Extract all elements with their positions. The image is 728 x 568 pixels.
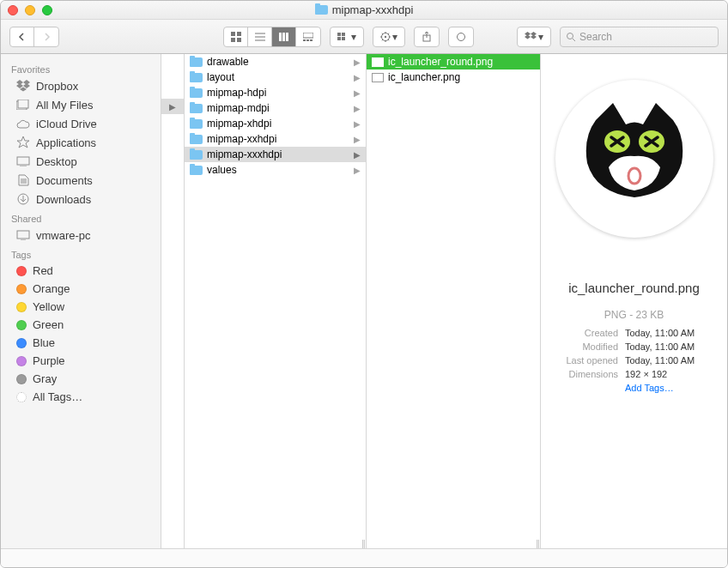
sidebar-item-desktop[interactable]: Desktop (1, 152, 161, 171)
search-icon (566, 32, 576, 42)
chevron-right-icon: ▶ (354, 150, 361, 160)
back-button[interactable] (10, 27, 34, 46)
svg-point-30 (567, 33, 573, 39)
statusbar (1, 548, 727, 567)
sidebar-tag-blue[interactable]: Blue (1, 334, 161, 352)
folder-mipmap-xxxhdpi[interactable]: mipmap-xxxhdpi▶ (185, 147, 366, 162)
column-1: drawable▶ layout▶ mipmap-hdpi▶ mipmap-md… (185, 54, 367, 548)
sidebar-item-downloads[interactable]: Downloads (1, 190, 161, 208)
preview-thumbnail (555, 80, 713, 238)
folder-mipmap-mdpi[interactable]: mipmap-mdpi▶ (185, 100, 366, 116)
folder-mipmap-xhdpi[interactable]: mipmap-xhdpi▶ (185, 116, 366, 131)
nav-buttons (9, 27, 59, 47)
svg-line-25 (388, 39, 389, 40)
sidebar-tag-red[interactable]: Red (1, 262, 161, 280)
folder-mipmap-xxhdpi[interactable]: mipmap-xxhdpi▶ (185, 131, 366, 147)
sidebar-tag-yellow[interactable]: Yellow (1, 298, 161, 316)
image-file-icon (372, 73, 384, 82)
window-title-text: mipmap-xxxhdpi (332, 3, 414, 16)
folder-icon (190, 166, 203, 175)
display-icon (16, 228, 30, 242)
svg-rect-14 (337, 33, 341, 36)
chevron-right-icon: ▶ (354, 104, 361, 113)
sidebar-item-all-my-files[interactable]: All My Files (1, 95, 161, 114)
sidebar-tag-green[interactable]: Green (1, 316, 161, 334)
svg-line-26 (382, 39, 383, 40)
sidebar-item-dropbox[interactable]: Dropbox (1, 76, 161, 95)
sidebar-item-documents[interactable]: Documents (1, 171, 161, 190)
svg-rect-9 (286, 33, 288, 41)
icon-view-button[interactable] (224, 27, 248, 46)
svg-rect-13 (310, 39, 312, 41)
svg-rect-33 (18, 100, 28, 108)
view-mode-segment (223, 27, 321, 47)
folder-icon (315, 5, 328, 15)
column-view-button[interactable] (272, 27, 296, 46)
close-window-button[interactable] (8, 5, 18, 15)
chevron-right-icon: ▶ (354, 88, 361, 98)
svg-point-29 (458, 33, 465, 40)
folder-values[interactable]: values▶ (185, 162, 366, 178)
svg-line-31 (573, 39, 575, 41)
tag-dot-icon (16, 356, 27, 366)
sidebar-tag-gray[interactable]: Gray (1, 370, 161, 388)
sidebar-tag-purple[interactable]: Purple (1, 352, 161, 370)
tag-dot-icon (16, 302, 27, 312)
desktop-icon (16, 154, 30, 168)
column-resize-handle[interactable]: ‖ (536, 539, 538, 548)
chevron-right-icon: ▶ (354, 57, 361, 67)
file-ic-launcher-round[interactable]: ic_launcher_round.png (367, 54, 540, 69)
svg-rect-1 (237, 32, 241, 36)
svg-point-19 (385, 35, 386, 37)
edit-tags-button[interactable] (448, 27, 474, 47)
preview-meta: PNG - 23 KB (551, 309, 717, 321)
toolbar: ▾ ▾ ▾ Search (1, 20, 727, 54)
action-button[interactable]: ▾ (373, 27, 405, 47)
all-files-icon (16, 98, 30, 112)
arrange-button[interactable]: ▾ (330, 27, 364, 47)
svg-rect-3 (237, 38, 241, 42)
sidebar-section-shared: Shared (1, 208, 161, 226)
share-button[interactable] (414, 27, 440, 47)
sidebar-item-vmware-pc[interactable]: vmware-pc (1, 226, 161, 245)
chevron-right-icon: ▶ (354, 135, 361, 144)
column-resize-handle[interactable]: ‖ (361, 539, 364, 548)
sidebar: Favorites Dropbox All My Files iCloud Dr… (1, 54, 161, 548)
svg-rect-12 (306, 39, 309, 41)
folder-icon (190, 73, 203, 82)
file-ic-launcher[interactable]: ic_launcher.png (367, 69, 540, 85)
minimize-window-button[interactable] (25, 5, 35, 15)
chevron-right-icon: ▶ (354, 73, 361, 82)
svg-rect-0 (231, 32, 235, 36)
column-browser: ▶ drawable▶ layout▶ mipmap-hdpi▶ mipmap-… (161, 54, 727, 548)
folder-drawable[interactable]: drawable▶ (185, 54, 366, 69)
chevron-right-icon: ▶ (354, 119, 361, 129)
zoom-window-button[interactable] (42, 5, 52, 15)
sidebar-item-icloud[interactable]: iCloud Drive (1, 114, 161, 133)
image-file-icon (372, 57, 384, 67)
svg-rect-16 (337, 37, 341, 40)
svg-rect-10 (303, 33, 313, 38)
search-placeholder: Search (579, 31, 612, 43)
sidebar-all-tags[interactable]: All Tags… (1, 388, 161, 406)
folder-mipmap-hdpi[interactable]: mipmap-hdpi▶ (185, 85, 366, 100)
forward-button[interactable] (34, 27, 58, 46)
search-field[interactable]: Search (560, 27, 719, 47)
apps-icon (16, 136, 30, 149)
sidebar-tag-orange[interactable]: Orange (1, 280, 161, 298)
list-view-button[interactable] (248, 27, 272, 46)
add-tags-link[interactable]: Add Tags… (625, 381, 717, 395)
folder-icon (190, 88, 203, 98)
chevron-right-icon: ▶ (354, 166, 361, 175)
downloads-icon (16, 192, 30, 206)
svg-rect-7 (279, 33, 282, 41)
parent-folder-arrow[interactable]: ▶ (161, 99, 184, 114)
gallery-view-button[interactable] (296, 27, 320, 46)
svg-rect-8 (282, 33, 285, 41)
sidebar-item-applications[interactable]: Applications (1, 133, 161, 152)
dropbox-button[interactable]: ▾ (517, 27, 551, 47)
svg-rect-15 (342, 33, 345, 36)
window-title: mipmap-xxxhdpi (1, 3, 727, 16)
svg-rect-11 (303, 39, 306, 41)
folder-layout[interactable]: layout▶ (185, 69, 366, 85)
